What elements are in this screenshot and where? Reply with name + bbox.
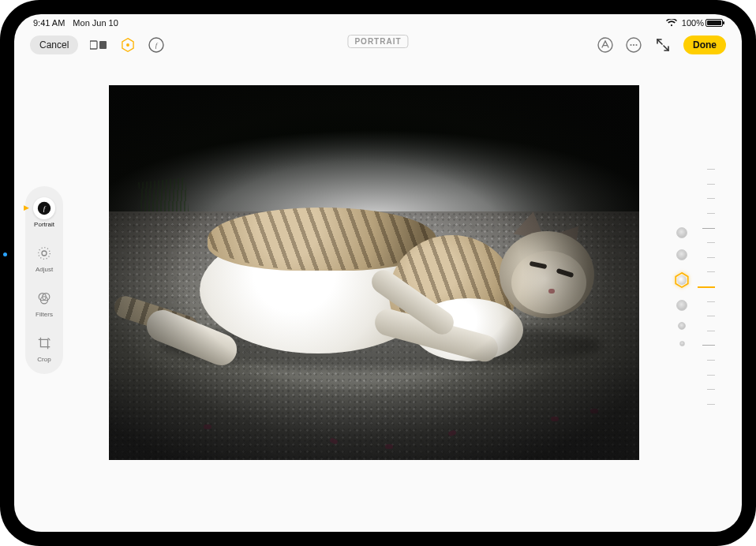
lighting-option[interactable] <box>678 322 686 330</box>
lighting-selected-hex-icon[interactable] <box>673 271 691 289</box>
lighting-effects-column[interactable] <box>671 164 693 409</box>
svg-rect-0 <box>90 41 97 49</box>
tool-adjust[interactable]: Adjust <box>28 239 60 276</box>
done-button[interactable]: Done <box>683 36 726 54</box>
status-time: 9:41 AM <box>33 18 65 28</box>
markup-icon[interactable] <box>597 36 614 54</box>
portrait-lighting-rail <box>671 164 718 409</box>
status-date: Mon Jun 10 <box>73 18 118 28</box>
photo-content <box>109 85 639 460</box>
lighting-option[interactable] <box>679 341 685 346</box>
tool-crop[interactable]: Crop <box>28 329 60 366</box>
adjust-dial-icon <box>33 242 55 264</box>
battery-indicator: 100% <box>682 18 723 28</box>
more-icon[interactable] <box>625 36 642 54</box>
edit-mode-rail: ▶ f Portrait Adjust Filters <box>25 186 63 374</box>
tool-label: Portrait <box>34 221 54 228</box>
ipad-device-frame: 9:41 AM Mon Jun 10 100% Cancel <box>0 0 756 546</box>
crop-rotate-icon <box>33 332 55 354</box>
tool-label: Filters <box>36 311 53 318</box>
status-bar: 9:41 AM Mon Jun 10 100% <box>14 14 742 32</box>
svg-rect-1 <box>99 41 107 49</box>
photo-subject-cat <box>152 204 594 377</box>
battery-percent-label: 100% <box>682 18 704 28</box>
svg-point-13 <box>42 251 47 256</box>
wifi-icon <box>666 19 677 27</box>
tool-label: Adjust <box>36 266 53 273</box>
filters-overlap-icon <box>33 287 55 309</box>
intensity-ruler[interactable] <box>698 164 717 409</box>
screen: 9:41 AM Mon Jun 10 100% Cancel <box>14 14 742 532</box>
live-photo-toggle[interactable] <box>89 36 108 54</box>
lighting-option[interactable] <box>676 300 687 311</box>
svg-point-7 <box>630 44 631 46</box>
tool-portrait[interactable]: ▶ f Portrait <box>28 194 60 231</box>
aperture-icon[interactable]: f <box>148 36 165 54</box>
svg-point-8 <box>633 44 634 46</box>
aperture-icon: f <box>33 197 55 219</box>
portrait-mode-badge: PORTRAIT <box>347 35 408 48</box>
bezel-indicator-dot <box>3 252 7 256</box>
fullscreen-icon[interactable] <box>653 36 672 54</box>
depth-hex-icon[interactable] <box>119 36 137 54</box>
svg-point-9 <box>635 44 637 46</box>
tool-label: Crop <box>37 356 51 363</box>
photo-canvas[interactable] <box>109 85 639 460</box>
lighting-option[interactable] <box>676 227 687 238</box>
lighting-option[interactable] <box>676 249 687 260</box>
ruler-center-indicator <box>698 286 715 288</box>
svg-text:f: f <box>155 41 159 49</box>
tool-filters[interactable]: Filters <box>28 284 60 321</box>
svg-point-2 <box>126 43 129 47</box>
cancel-button[interactable]: Cancel <box>30 36 78 54</box>
svg-point-12 <box>39 248 51 260</box>
